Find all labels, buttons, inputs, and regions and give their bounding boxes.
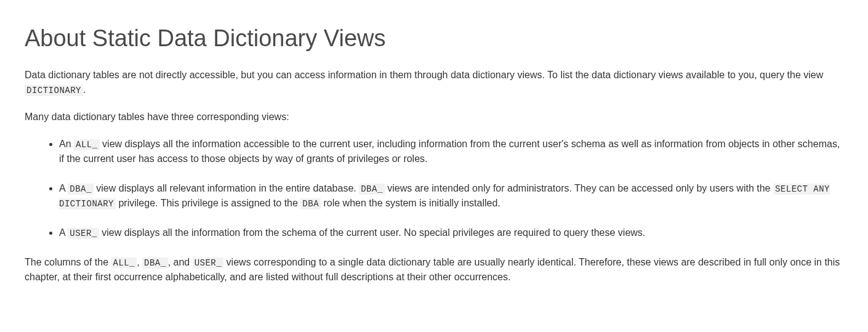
closing-text: , <box>137 257 142 267</box>
bullet-text: privilege. This privilege is assigned to… <box>116 198 300 208</box>
lead-in-paragraph: Many data dictionary tables have three c… <box>25 110 843 124</box>
user-prefix-code: USER_ <box>68 228 99 239</box>
intro-text-after: . <box>83 84 86 95</box>
all-prefix-code: ALL_ <box>74 139 100 150</box>
intro-paragraph: Data dictionary tables are not directly … <box>25 68 843 97</box>
list-item: An ALL_ view displays all the informatio… <box>59 137 843 166</box>
bullet-text: A <box>59 183 68 193</box>
closing-text: , and <box>168 257 193 267</box>
intro-text: Data dictionary tables are not directly … <box>25 70 823 80</box>
dba-prefix-code: DBA_ <box>142 257 168 269</box>
bullet-text: view displays all the information from t… <box>99 227 646 238</box>
closing-text: The columns of the <box>25 257 111 267</box>
dictionary-code: DICTIONARY <box>25 85 83 96</box>
list-item: A DBA_ view displays all relevant inform… <box>59 181 843 211</box>
bullet-text: role when the system is initially instal… <box>321 198 500 208</box>
bullet-text: views are intended only for administrato… <box>385 183 773 193</box>
bullet-text: An <box>59 139 74 149</box>
closing-paragraph: The columns of the ALL_, DBA_, and USER_… <box>25 255 843 285</box>
bullet-text: view displays all relevant information i… <box>94 183 359 193</box>
user-prefix-code: USER_ <box>193 257 224 269</box>
all-prefix-code: ALL_ <box>111 257 137 269</box>
bullet-text: A <box>59 227 68 238</box>
dba-prefix-code: DBA_ <box>68 184 94 195</box>
dba-prefix-code: DBA_ <box>359 184 385 195</box>
dba-role-code: DBA <box>300 198 321 209</box>
list-item: A USER_ view displays all the informatio… <box>59 225 843 240</box>
bullet-text: view displays all the information access… <box>59 139 840 164</box>
page-title: About Static Data Dictionary Views <box>25 25 843 53</box>
views-list: An ALL_ view displays all the informatio… <box>25 137 843 240</box>
